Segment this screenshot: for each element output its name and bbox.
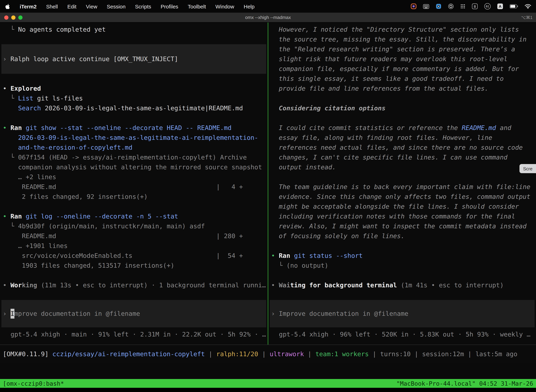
omx-status-bar: [OMX#0.11.9] cczip/essay/ai-reimplementa… [0, 345, 536, 363]
terminal-line: 2026-03-09-is-legal-the-same-as-legitima… [0, 133, 268, 143]
menu-item-window[interactable]: Window [215, 3, 234, 9]
menu-item-iterm2[interactable]: iTerm2 [20, 3, 37, 9]
terminal-line: README.md | 280 + [0, 231, 268, 241]
terminal-line: essay file, along with finding root file… [268, 133, 536, 143]
wifi-icon[interactable] [525, 4, 531, 9]
terminal-line: 2 files changed, 92 insertions(+) [0, 192, 268, 202]
prompt-input-right[interactable]: › Improve documentation in @filename [270, 300, 535, 327]
menu-item-scripts[interactable]: Scripts [135, 3, 151, 9]
terminal-line: └ 067f154 (HEAD -> essay/ai-reimplementa… [0, 152, 268, 162]
menu-item-session[interactable]: Session [107, 3, 125, 9]
prompt-input-left[interactable]: › Improve documentation in @filename [1, 300, 266, 327]
window-title: omx --xhigh --madmax [0, 15, 536, 20]
terminal-area: └ No agents completed yet › Ralph loop a… [0, 23, 536, 345]
tmux-host-clock-label: "MacBook-Pro-44.local" 04:52 31-Mar-26 [396, 380, 533, 387]
model-status-right: gpt-5.4 xhigh · 96% left · 520K in · 5.8… [268, 330, 536, 339]
terminal-line: The team guideline is to back every impo… [268, 182, 536, 192]
agent-log-left: • Explored └ List git ls-files Search 20… [0, 74, 268, 300]
terminal-line: … +2 lines [0, 172, 268, 182]
battery-icon[interactable] [510, 4, 518, 9]
menu-item-help[interactable]: Help [244, 3, 255, 9]
agent-log-intro: └ No agents completed yet [0, 25, 268, 44]
terminal-line [0, 113, 268, 123]
apple-menu-icon[interactable] [5, 4, 10, 9]
terminal-line [268, 241, 536, 251]
tmux-status-bar: [omx-cczip0:bash* "MacBook-Pro-44.local"… [0, 379, 536, 388]
terminal-line: Considering citation options [268, 103, 536, 113]
terminal-line: evidence. Since this change only affects… [268, 192, 536, 202]
bottom-gap [0, 388, 536, 392]
terminal-line [268, 93, 536, 103]
terminal-line: provide file and line references from th… [268, 84, 536, 93]
terminal-line [0, 290, 268, 300]
screen-notification[interactable]: Scre [520, 164, 536, 173]
menu-bar: iTerm2 Shell Edit View Session Scripts P… [0, 0, 536, 13]
terminal-line: the "Related research writing" section i… [268, 44, 536, 54]
terminal-line: • Waiting for background terminal (1m 41… [268, 280, 536, 290]
input-text: mprove documentation in @filename [14, 309, 140, 319]
minimize-button[interactable] [11, 15, 15, 19]
blue-app-icon[interactable] [436, 4, 441, 9]
battery-gauge-icon[interactable]: 61 [484, 3, 491, 9]
menu-item-edit[interactable]: Edit [67, 3, 77, 9]
ralph-loop-banner: › Ralph loop active continue [OMX_TMUX_I… [1, 44, 266, 74]
terminal-empty-space [0, 363, 536, 379]
keyboard-icon[interactable] [423, 4, 429, 9]
terminal-line: src/voice/voiceModeEnabled.ts | 54 + [0, 251, 268, 261]
terminal-line: this single essay, it seems like a good … [268, 74, 536, 84]
terminal-line: 1903 files changed, 513517 insertions(+) [0, 261, 268, 271]
terminal-line: of focusing solely on file lines. [268, 231, 536, 241]
terminal-line: … +1901 lines [0, 241, 268, 251]
window-title-bar[interactable]: omx --xhigh --madmax ⌥⌘1 [0, 13, 536, 23]
terminal-line: README.md | 4 + [0, 182, 268, 192]
terminal-line: However, I noticed the "Directory Struct… [268, 25, 536, 34]
text-cursor: I [10, 309, 14, 319]
screen-recording-icon[interactable] [411, 4, 416, 9]
terminal-pane-left[interactable]: └ No agents completed yet › Ralph loop a… [0, 23, 268, 345]
terminal-line: companion file, especially if more comme… [268, 64, 536, 74]
menu-item-profiles[interactable]: Profiles [161, 3, 178, 9]
terminal-line [0, 202, 268, 211]
tmux-session-label: [omx-cczip0:bash* [3, 380, 64, 387]
terminal-line [0, 34, 268, 44]
terminal-line: └ (no output) [268, 261, 536, 271]
terminal-line: the source tree, missing the essay. Stil… [268, 34, 536, 44]
close-button[interactable] [4, 15, 9, 19]
terminal-line [268, 113, 536, 123]
agent-log-right: However, I noticed the "Directory Struct… [268, 25, 536, 300]
terminal-line: slight risk that future readers may over… [268, 54, 536, 64]
terminal-line: • Ran git log --oneline --decorate -n 5 … [0, 211, 268, 221]
terminal-line: └ No agents completed yet [0, 25, 268, 34]
input-source-icon[interactable]: A [497, 4, 503, 9]
terminal-line [268, 271, 536, 280]
terminal-line: Search 2026-03-09-is-legal-the-same-as-l… [0, 103, 268, 113]
terminal-line: • Ran git show --stat --oneline --decora… [0, 123, 268, 133]
terminal-line: └ List git ls-files [0, 93, 268, 103]
menu-item-shell[interactable]: Shell [46, 3, 58, 9]
menu-item-view[interactable]: View [86, 3, 97, 9]
window-hotkey-label: ⌥⌘1 [521, 15, 536, 20]
terminal-line [268, 172, 536, 182]
key-8-icon[interactable]: 8 [472, 4, 478, 9]
terminal-line [0, 74, 268, 84]
dots-grid-icon[interactable] [460, 4, 465, 9]
menu-bar-status-icons: 8 61 A [411, 3, 531, 9]
input-text: Improve documentation in @filename [279, 309, 408, 319]
menu-item-toolbelt[interactable]: Toolbelt [188, 3, 206, 9]
prompt-chevron: › [271, 309, 279, 319]
screen: iTerm2 Shell Edit View Session Scripts P… [0, 0, 536, 392]
terminal-line: • Working (11m 13s • esc to interrupt) ·… [0, 280, 268, 290]
terminal-line: references need actual files, and since … [268, 143, 536, 152]
terminal-line: including verification notes with those … [268, 211, 536, 221]
terminal-pane-right[interactable]: However, I noticed the "Directory Struct… [268, 23, 536, 345]
terminal-line: • Ran git status --short [268, 251, 536, 261]
terminal-line: output instead. [268, 162, 536, 172]
terminal-line: I could cite commit statistics or refere… [268, 123, 536, 133]
terminal-line: changes, I can't cite specific file line… [268, 152, 536, 162]
terminal-line: and-the-erosion-of-copyleft.md [0, 143, 268, 152]
terminal-line: • Explored [0, 84, 268, 93]
zoom-button[interactable] [18, 15, 23, 19]
terminal-line: might be acceptable alongside the file l… [268, 202, 536, 211]
terminal-line [0, 271, 268, 280]
loop-app-icon[interactable] [448, 4, 454, 9]
